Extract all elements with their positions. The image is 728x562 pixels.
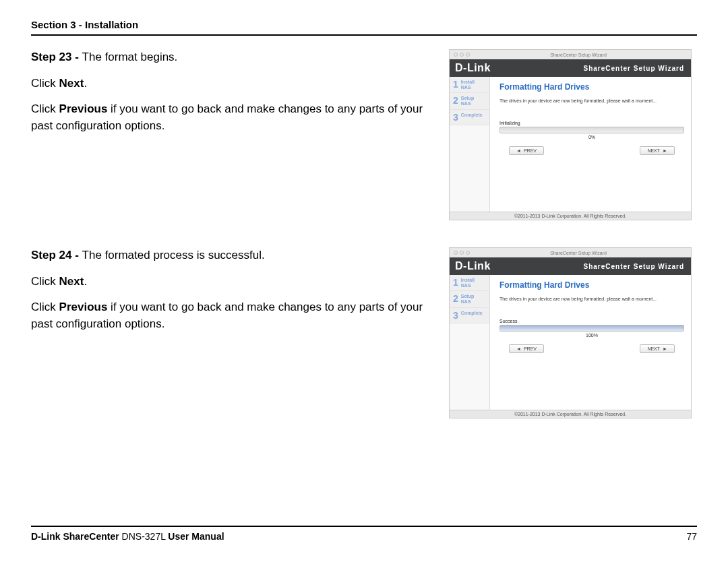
wizard-body: 1InstallNAS 2SetupNAS 3Complete Formatti… xyxy=(450,77,691,212)
triangle-left-icon: ◄ xyxy=(516,148,521,153)
step-line: Step 24 - The formated process is succes… xyxy=(31,247,438,264)
triangle-left-icon: ◄ xyxy=(516,346,521,351)
step-text-column: Step 23 - The format begins. Click Next.… xyxy=(31,49,438,220)
wizard-header: D-Link ShareCenter Setup Wizard xyxy=(450,59,691,77)
click-bold: Next xyxy=(59,77,84,90)
next-button-label: NEXT xyxy=(647,346,660,351)
wizard-body: 1InstallNAS 2SetupNAS 3Complete Formatti… xyxy=(450,275,691,410)
footer-product: D-Link ShareCenter DNS-327L User Manual xyxy=(31,531,224,542)
next-button-label: NEXT xyxy=(647,148,660,153)
step-text-column: Step 24 - The formated process is succes… xyxy=(31,247,438,418)
brand-logo: D-Link xyxy=(455,260,491,272)
sidebar-step-2: 2SetupNAS xyxy=(450,291,489,307)
page-footer: D-Link ShareCenter DNS-327L User Manual … xyxy=(31,526,697,542)
step-text: The format begins. xyxy=(82,51,178,63)
wizard-sidebar: 1InstallNAS 2SetupNAS 3Complete xyxy=(450,275,490,410)
step-prefix: Step 24 - xyxy=(31,249,82,261)
wizard-header: D-Link ShareCenter Setup Wizard xyxy=(450,257,691,275)
sidebar-step-num: 3 xyxy=(453,113,458,122)
sidebar-step-1: 1InstallNAS xyxy=(450,77,489,93)
progress-fill xyxy=(500,325,684,331)
footer-bold2: User Manual xyxy=(168,531,224,542)
wizard-footer: ©2011-2013 D-Link Corporation. All Right… xyxy=(450,410,691,418)
step-row: Step 23 - The format begins. Click Next.… xyxy=(31,49,697,220)
prev-bold: Previous xyxy=(59,301,108,313)
sidebar-step-num: 1 xyxy=(453,278,458,287)
progress-percent: 100% xyxy=(499,333,684,338)
next-button[interactable]: NEXT► xyxy=(640,146,675,155)
wizard-titlebar: ShareCenter Setup Wizard xyxy=(450,248,691,257)
sidebar-step-label: Complete xyxy=(461,311,483,316)
click-next-line: Click Next. xyxy=(31,274,438,290)
click-previous-line: Click Previous if you want to go back an… xyxy=(31,101,438,134)
progress-percent: 0% xyxy=(499,135,684,139)
progress-bar xyxy=(499,325,684,332)
wizard-titlebar: ShareCenter Setup Wizard xyxy=(450,50,691,59)
sidebar-step-label: InstallNAS xyxy=(461,278,475,288)
click-prefix: Click xyxy=(31,77,59,90)
sidebar-step-label: SetupNAS xyxy=(461,294,474,304)
click-bold: Next xyxy=(59,275,84,288)
wizard-screenshot-col: ShareCenter Setup Wizard D-Link ShareCen… xyxy=(449,247,697,418)
wizard-window: ShareCenter Setup Wizard D-Link ShareCen… xyxy=(449,49,692,220)
page-number: 77 xyxy=(686,531,697,542)
wizard-titlebar-text: ShareCenter Setup Wizard xyxy=(550,251,607,255)
click-suffix: . xyxy=(84,77,87,90)
wizard-button-row: ◄PREV NEXT► xyxy=(499,139,684,160)
sidebar-step-3: 3Complete xyxy=(450,308,489,323)
panel-title: Formatting Hard Drives xyxy=(499,82,684,92)
sidebar-step-label: Complete xyxy=(461,113,483,118)
panel-title: Formatting Hard Drives xyxy=(499,280,684,290)
section-header: Section 3 - Installation xyxy=(31,19,697,36)
sidebar-step-num: 2 xyxy=(453,96,458,105)
prev-bold: Previous xyxy=(59,102,108,115)
click-next-line: Click Next. xyxy=(31,75,438,92)
next-button[interactable]: NEXT► xyxy=(640,344,675,353)
prev-prefix: Click xyxy=(31,301,59,313)
wizard-footer: ©2011-2013 D-Link Corporation. All Right… xyxy=(450,212,691,220)
wizard-header-title: ShareCenter Setup Wizard xyxy=(584,263,685,270)
click-suffix: . xyxy=(84,275,87,288)
panel-message: The drives in your device are now being … xyxy=(499,296,684,301)
prev-button-label: PREV xyxy=(524,346,537,351)
sidebar-step-label: SetupNAS xyxy=(461,96,474,106)
sidebar-step-num: 1 xyxy=(453,80,458,89)
step-row: Step 24 - The formated process is succes… xyxy=(31,247,697,418)
footer-bold1: D-Link ShareCenter xyxy=(31,531,119,542)
sidebar-step-1: 1InstallNAS xyxy=(450,275,489,291)
wizard-window: ShareCenter Setup Wizard D-Link ShareCen… xyxy=(449,247,692,418)
sidebar-step-label: InstallNAS xyxy=(461,80,475,90)
triangle-right-icon: ► xyxy=(663,148,667,153)
traffic-light-icons xyxy=(454,53,470,57)
wizard-main: Formatting Hard Drives The drives in you… xyxy=(490,275,691,410)
traffic-light-icons xyxy=(454,251,470,255)
progress-bar xyxy=(499,127,684,133)
page: Section 3 - Installation Step 23 - The f… xyxy=(0,0,728,562)
click-previous-line: Click Previous if you want to go back an… xyxy=(31,299,438,332)
prev-button[interactable]: ◄PREV xyxy=(509,344,544,353)
panel-message: The drives in your device are now being … xyxy=(499,98,684,103)
wizard-main: Formatting Hard Drives The drives in you… xyxy=(490,77,691,212)
status-label: Initializing xyxy=(499,121,684,125)
sidebar-step-3: 3Complete xyxy=(450,110,489,125)
wizard-sidebar: 1InstallNAS 2SetupNAS 3Complete xyxy=(450,77,490,212)
step-text: The formated process is successful. xyxy=(82,249,265,261)
status-label: Success xyxy=(499,319,684,323)
brand-logo: D-Link xyxy=(455,62,491,74)
prev-button[interactable]: ◄PREV xyxy=(509,146,544,155)
footer-plain: DNS-327L xyxy=(119,531,169,542)
wizard-titlebar-text: ShareCenter Setup Wizard xyxy=(550,53,607,57)
step-line: Step 23 - The format begins. xyxy=(31,49,438,66)
sidebar-step-2: 2SetupNAS xyxy=(450,93,489,109)
sidebar-step-num: 3 xyxy=(453,311,458,320)
wizard-header-title: ShareCenter Setup Wizard xyxy=(584,65,685,72)
wizard-screenshot-col: ShareCenter Setup Wizard D-Link ShareCen… xyxy=(449,49,697,220)
triangle-right-icon: ► xyxy=(663,346,667,351)
wizard-button-row: ◄PREV NEXT► xyxy=(499,338,684,358)
step-prefix: Step 23 - xyxy=(31,51,82,63)
prev-prefix: Click xyxy=(31,102,59,115)
click-prefix: Click xyxy=(31,275,59,288)
prev-button-label: PREV xyxy=(524,148,537,153)
sidebar-step-num: 2 xyxy=(453,294,458,303)
